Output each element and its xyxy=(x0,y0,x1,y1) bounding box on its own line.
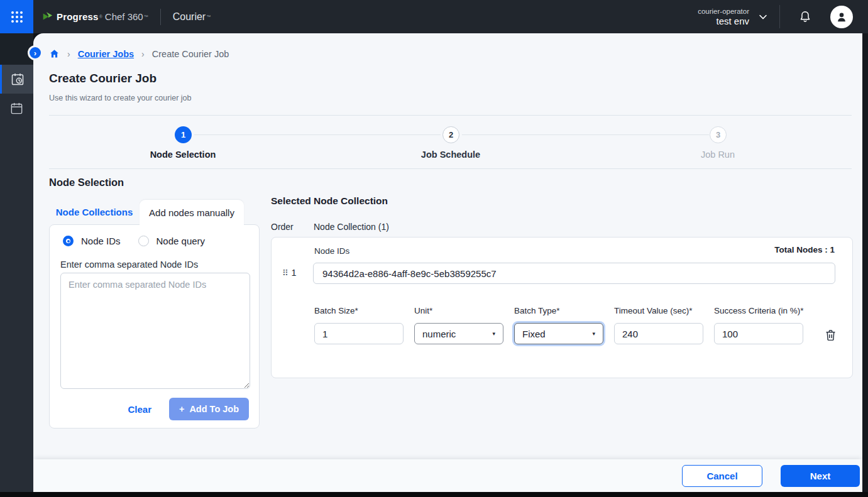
sidebar-item-schedules[interactable] xyxy=(0,94,33,123)
unit-label: Unit* xyxy=(414,305,503,318)
node-ids-field-label: Node IDs xyxy=(314,246,349,256)
main-content: › Courier Jobs › Create Courier Job Crea… xyxy=(33,33,862,492)
batch-type-field: Batch Type* Fixed ▾ xyxy=(514,290,603,344)
plus-icon: + xyxy=(179,404,184,414)
add-to-job-button[interactable]: + Add To Job xyxy=(169,398,249,420)
breadcrumb-separator: › xyxy=(141,49,145,59)
chevron-right-icon: › xyxy=(34,49,36,57)
brand-lockup: Progress® Chef 360™ Courier™ xyxy=(42,9,211,25)
unit-select-value: numeric xyxy=(422,329,456,339)
order-column-label: Order xyxy=(271,222,294,232)
left-sidebar xyxy=(0,33,33,492)
header-divider xyxy=(779,5,780,28)
breadcrumb: › Courier Jobs › Create Courier Job xyxy=(49,48,229,59)
panel-actions: Clear + Add To Job xyxy=(50,398,259,420)
radio-node-ids-label: Node IDs xyxy=(81,236,121,246)
row-order-number: 1 xyxy=(292,268,297,278)
step-3-label: Job Run xyxy=(701,150,735,160)
step-3-circle: 3 xyxy=(710,126,727,143)
calendar-clock-icon xyxy=(10,72,25,87)
batch-type-label: Batch Type* xyxy=(514,305,603,318)
step-2-circle: 2 xyxy=(442,126,459,143)
bell-icon xyxy=(798,10,812,24)
window-edge-right xyxy=(862,33,868,492)
wizard-footer: Cancel Next xyxy=(33,459,862,492)
stepper-connector xyxy=(194,134,441,135)
page-title: Create Courier Job xyxy=(49,72,157,85)
tab-add-nodes-manually[interactable]: Add nodes manually xyxy=(140,200,244,225)
radio-node-query-label: Node query xyxy=(157,236,206,246)
top-bar: Progress® Chef 360™ Courier™ courier-ope… xyxy=(0,0,868,33)
app-launcher-button[interactable] xyxy=(0,0,33,33)
radio-node-ids[interactable] xyxy=(63,236,74,246)
batch-type-select-value: Fixed xyxy=(522,329,546,339)
clear-button[interactable]: Clear xyxy=(128,404,151,415)
org-env-switcher[interactable]: courier-operator test env xyxy=(698,7,749,27)
progress-mark: ® xyxy=(99,14,102,19)
step-1-circle: 1 xyxy=(175,126,192,143)
calendar-icon xyxy=(9,101,24,116)
timeout-value-input[interactable] xyxy=(614,323,703,344)
brand-product: Courier xyxy=(173,11,206,23)
batch-size-input[interactable] xyxy=(314,323,404,344)
step-1-label: Node Selection xyxy=(150,150,216,160)
radio-node-query[interactable] xyxy=(138,236,149,246)
brand-chef360: Chef 360 xyxy=(105,11,143,22)
timeout-value-label: Timeout Value (sec)* xyxy=(614,305,703,318)
breadcrumb-link-courier-jobs[interactable]: Courier Jobs xyxy=(78,49,134,59)
node-ids-textarea-label: Enter comma separated Node IDs xyxy=(60,259,198,270)
divider xyxy=(49,115,852,116)
breadcrumb-current: Create Courier Job xyxy=(152,49,229,59)
delete-row-button[interactable] xyxy=(822,327,838,343)
timeout-value-field: Timeout Value (sec)* xyxy=(614,290,703,344)
person-icon xyxy=(835,10,849,24)
node-selection-heading: Node Selection xyxy=(49,177,124,188)
environment-name: test env xyxy=(698,16,749,27)
success-criteria-field: Success Criteria (in %)* xyxy=(714,276,808,344)
next-button[interactable]: Next xyxy=(781,465,860,487)
window-edge-bottom xyxy=(0,492,868,497)
product-mark: ™ xyxy=(206,14,211,19)
page-subtitle: Use this wizard to create your courier j… xyxy=(49,94,191,102)
top-right-controls: courier-operator test env xyxy=(698,0,868,33)
dropdown-arrow-icon: ▾ xyxy=(592,330,595,337)
notifications-button[interactable] xyxy=(793,10,818,24)
home-icon[interactable] xyxy=(49,48,60,59)
batch-size-label: Batch Size* xyxy=(314,305,404,318)
dropdown-arrow-icon: ▾ xyxy=(492,330,495,337)
drag-handle-icon[interactable]: ⠿ xyxy=(282,269,288,277)
row-order-cell: ⠿ 1 xyxy=(282,268,297,278)
divider xyxy=(49,168,852,169)
success-criteria-label: Success Criteria (in %)* xyxy=(714,305,808,318)
chevron-down-icon[interactable] xyxy=(758,12,768,22)
add-nodes-panel: Node IDs Node query Enter comma separate… xyxy=(49,224,260,429)
total-nodes-badge: Total Nodes : 1 xyxy=(774,245,835,254)
batch-size-field: Batch Size* xyxy=(314,290,404,344)
add-to-job-label: Add To Job xyxy=(189,404,239,414)
user-role: courier-operator xyxy=(698,7,749,16)
selected-node-collection-heading: Selected Node Collection xyxy=(271,195,388,207)
trash-icon xyxy=(824,329,837,342)
brand-progress: Progress xyxy=(57,11,99,22)
app-window: Progress® Chef 360™ Courier™ courier-ope… xyxy=(0,0,868,497)
waffle-grid-icon xyxy=(11,11,23,23)
user-avatar[interactable] xyxy=(830,6,853,28)
cancel-button[interactable]: Cancel xyxy=(682,465,762,487)
progress-logo-icon xyxy=(42,11,53,22)
stepper-connector xyxy=(462,134,709,135)
node-input-mode-radios: Node IDs Node query xyxy=(63,236,205,246)
success-criteria-input[interactable] xyxy=(714,323,803,344)
sidebar-item-jobs[interactable] xyxy=(0,65,33,94)
breadcrumb-separator: › xyxy=(67,49,70,59)
step-2-label: Job Schedule xyxy=(421,150,480,160)
brand-divider xyxy=(160,9,161,25)
node-collection-column-label: Node Collection (1) xyxy=(314,222,389,232)
chef-mark: ™ xyxy=(144,14,148,19)
sidebar-expand-button[interactable]: › xyxy=(28,45,43,60)
batch-type-select[interactable]: Fixed ▾ xyxy=(514,323,603,344)
node-ids-textarea[interactable] xyxy=(60,273,250,389)
unit-select[interactable]: numeric ▾ xyxy=(414,323,503,344)
node-collection-card: Node IDs Total Nodes : 1 ⠿ 1 Batch Size*… xyxy=(271,237,853,378)
tab-node-collections[interactable]: Node Collections xyxy=(49,200,140,224)
unit-field: Unit* numeric ▾ xyxy=(414,290,503,344)
